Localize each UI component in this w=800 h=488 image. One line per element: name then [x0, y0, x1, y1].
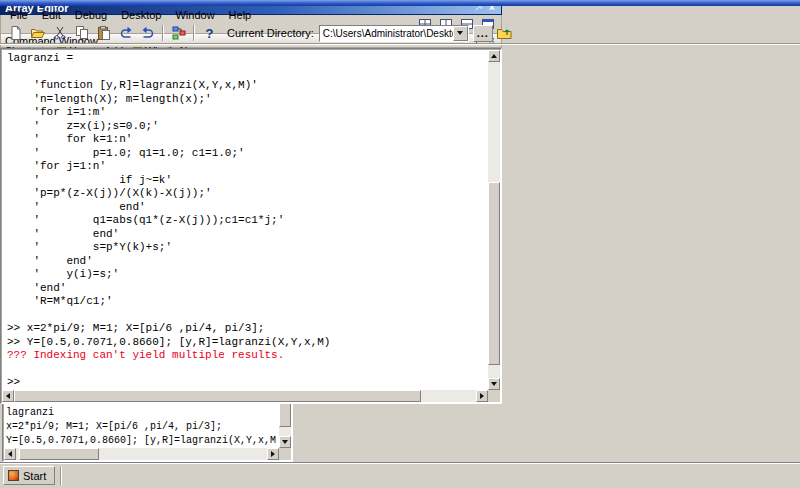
history-horizontal-scrollbar[interactable] [4, 448, 279, 460]
statusbar-separator [60, 467, 62, 485]
history-line[interactable]: x=2*pi/9; M=1; X=[pi/6 ,pi/4, pi/3]; [6, 420, 277, 434]
command-line: ' end' [7, 201, 485, 215]
command-line: >> [7, 376, 485, 388]
help-button[interactable]: ? [199, 24, 220, 43]
command-line [7, 66, 485, 80]
command-line: ' q1=abs(q1*(z-X(j)));c1=c1*j;' [7, 214, 485, 228]
current-directory-value: C:\Users\Administrator\Desktop [320, 28, 453, 39]
copy-icon [74, 25, 90, 41]
new-document-icon [8, 25, 24, 41]
command-line: 'n=length(X); m=length(x);' [7, 93, 485, 107]
toolbar-separator [193, 25, 195, 41]
browse-directory-button[interactable]: ... [473, 25, 493, 42]
scroll-right-button[interactable] [476, 390, 488, 402]
command-line: ' end' [7, 228, 485, 242]
scroll-left-button[interactable] [2, 390, 14, 402]
simulink-icon [171, 25, 187, 41]
cut-icon [52, 25, 68, 41]
help-icon: ? [206, 26, 214, 41]
status-bar: Start [0, 462, 800, 488]
folder-up-icon [496, 25, 512, 41]
command-window-vertical-scrollbar[interactable] [488, 50, 500, 390]
cut-button[interactable] [49, 24, 70, 43]
chevron-down-icon[interactable] [453, 26, 468, 41]
command-line: lagranzi = [7, 52, 485, 66]
menu-bar: FileEditDebugDesktopWindowHelp [0, 6, 800, 23]
current-directory-label: Current Directory: [227, 27, 314, 39]
command-line: ' end' [7, 255, 485, 269]
matlab-start-icon [8, 470, 19, 481]
scroll-right-button[interactable] [267, 448, 279, 460]
scrollbar-corner [279, 448, 291, 460]
menu-edit[interactable]: Edit [35, 7, 68, 23]
paste-icon [96, 25, 112, 41]
menu-file[interactable]: File [3, 7, 35, 23]
command-line: ' p=1.0; q1=1.0; c1=1.0;' [7, 147, 485, 161]
menu-window[interactable]: Window [168, 7, 221, 23]
redo-icon [140, 25, 156, 41]
command-line: ' for k=1:n' [7, 133, 485, 147]
command-line: 'R=M*q1/c1;' [7, 295, 485, 309]
main-toolbar: ? Current Directory: C:\Users\Administra… [0, 23, 800, 43]
command-line: 'for j=1:n' [7, 160, 485, 174]
start-button-label: Start [23, 470, 46, 482]
scrollbar-corner [488, 390, 500, 402]
command-line: ' z=x(i);s=0.0;' [7, 120, 485, 134]
right-pane: Array Editor × Command Window × lagranzi… [0, 0, 502, 404]
simulink-button[interactable] [168, 24, 189, 43]
command-line: ' y(i)=s;' [7, 268, 485, 282]
open-file-button[interactable] [27, 24, 48, 43]
scroll-down-button[interactable] [279, 436, 291, 448]
open-folder-icon [30, 25, 46, 41]
current-directory-combo[interactable]: C:\Users\Administrator\Desktop [319, 25, 469, 42]
scroll-thumb[interactable] [19, 448, 99, 460]
scroll-down-button[interactable] [488, 378, 500, 390]
scroll-thumb[interactable] [488, 182, 500, 365]
command-line: 'p=p*(z-X(j))/(X(k)-X(j));' [7, 187, 485, 201]
command-line: 'function [y,R]=lagranzi(X,Y,x,M)' [7, 79, 485, 93]
scroll-up-button[interactable] [488, 50, 500, 62]
scroll-left-button[interactable] [4, 448, 16, 460]
menu-debug[interactable]: Debug [68, 7, 114, 23]
menu-help[interactable]: Help [222, 7, 259, 23]
undo-icon [118, 25, 134, 41]
copy-button[interactable] [71, 24, 92, 43]
toolbar-separator [162, 25, 164, 41]
command-line: 'end' [7, 282, 485, 296]
command-window-lines: lagranzi = 'function [y,R]=lagranzi(X,Y,… [7, 52, 485, 388]
scroll-thumb[interactable] [14, 390, 421, 402]
command-line: >> Y=[0.5,0.7071,0.8660]; [y,R]=lagranzi… [7, 336, 485, 350]
command-line: ' if j~=k' [7, 174, 485, 188]
command-window-horizontal-scrollbar[interactable] [2, 390, 488, 402]
command-line: ' s=p*Y(k)+s;' [7, 241, 485, 255]
history-line[interactable]: Y=[0.5,0.7071,0.8660]; [y,R]=lagranzi(X,… [6, 434, 277, 447]
start-button[interactable]: Start [3, 466, 55, 485]
undo-button[interactable] [115, 24, 136, 43]
command-line: 'for i=1:m' [7, 106, 485, 120]
new-file-button[interactable] [5, 24, 26, 43]
paste-button[interactable] [93, 24, 114, 43]
command-line: ??? Indexing can't yield multiple result… [7, 349, 485, 363]
folder-up-button[interactable] [494, 24, 515, 43]
history-line[interactable]: lagranzi [6, 406, 277, 420]
command-window-body[interactable]: lagranzi = 'function [y,R]=lagranzi(X,Y,… [0, 48, 502, 404]
redo-button[interactable] [137, 24, 158, 43]
command-line [7, 363, 485, 377]
menu-desktop[interactable]: Desktop [114, 7, 168, 23]
command-line: >> x=2*pi/9; M=1; X=[pi/6 ,pi/4, pi/3]; [7, 322, 485, 336]
command-line [7, 309, 485, 323]
